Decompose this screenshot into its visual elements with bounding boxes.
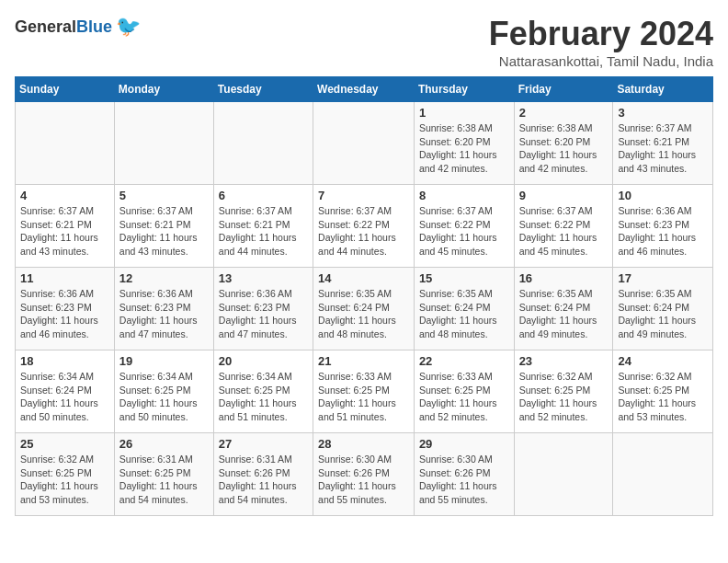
calendar-cell: 8Sunrise: 6:37 AMSunset: 6:22 PMDaylight… xyxy=(414,185,514,268)
day-number: 16 xyxy=(519,271,609,285)
day-number: 11 xyxy=(20,271,109,285)
day-of-week-header: Wednesday xyxy=(313,77,415,102)
day-number: 25 xyxy=(20,437,109,451)
day-number: 21 xyxy=(318,354,409,368)
day-info: Sunrise: 6:33 AMSunset: 6:25 PMDaylight:… xyxy=(318,370,409,424)
day-info: Sunrise: 6:32 AMSunset: 6:25 PMDaylight:… xyxy=(519,370,609,424)
calendar-cell: 15Sunrise: 6:35 AMSunset: 6:24 PMDayligh… xyxy=(414,268,514,350)
day-number: 12 xyxy=(119,271,209,285)
day-info: Sunrise: 6:36 AMSunset: 6:23 PMDaylight:… xyxy=(219,287,308,341)
day-info: Sunrise: 6:35 AMSunset: 6:24 PMDaylight:… xyxy=(318,287,409,341)
calendar-cell: 13Sunrise: 6:36 AMSunset: 6:23 PMDayligh… xyxy=(213,268,313,350)
day-info: Sunrise: 6:34 AMSunset: 6:24 PMDaylight:… xyxy=(20,370,109,424)
day-number: 5 xyxy=(119,189,209,202)
day-info: Sunrise: 6:31 AMSunset: 6:26 PMDaylight:… xyxy=(219,453,308,507)
day-number: 24 xyxy=(618,354,708,368)
calendar-cell: 25Sunrise: 6:32 AMSunset: 6:25 PMDayligh… xyxy=(16,433,115,516)
day-info: Sunrise: 6:30 AMSunset: 6:26 PMDaylight:… xyxy=(318,453,409,507)
day-of-week-header: Friday xyxy=(514,77,613,102)
day-number: 6 xyxy=(219,189,308,202)
day-of-week-header: Tuesday xyxy=(213,77,313,102)
calendar-cell: 3Sunrise: 6:37 AMSunset: 6:21 PMDaylight… xyxy=(613,102,713,185)
calendar-cell: 5Sunrise: 6:37 AMSunset: 6:21 PMDaylight… xyxy=(114,185,213,268)
calendar-cell: 28Sunrise: 6:30 AMSunset: 6:26 PMDayligh… xyxy=(313,433,415,516)
day-info: Sunrise: 6:32 AMSunset: 6:25 PMDaylight:… xyxy=(20,453,109,507)
day-of-week-header: Sunday xyxy=(16,77,115,102)
calendar-cell: 21Sunrise: 6:33 AMSunset: 6:25 PMDayligh… xyxy=(313,350,415,433)
calendar-cell: 16Sunrise: 6:35 AMSunset: 6:24 PMDayligh… xyxy=(514,268,613,350)
calendar-week-row: 18Sunrise: 6:34 AMSunset: 6:24 PMDayligh… xyxy=(16,350,713,433)
day-number: 7 xyxy=(318,189,409,202)
calendar-cell: 2Sunrise: 6:38 AMSunset: 6:20 PMDaylight… xyxy=(514,102,613,185)
calendar-cell: 12Sunrise: 6:36 AMSunset: 6:23 PMDayligh… xyxy=(114,268,213,350)
day-info: Sunrise: 6:37 AMSunset: 6:22 PMDaylight:… xyxy=(318,204,409,259)
calendar-cell xyxy=(16,102,115,185)
day-number: 23 xyxy=(519,354,609,368)
day-info: Sunrise: 6:38 AMSunset: 6:20 PMDaylight:… xyxy=(419,121,509,176)
calendar-cell: 9Sunrise: 6:37 AMSunset: 6:22 PMDaylight… xyxy=(514,185,613,268)
day-of-week-header: Monday xyxy=(114,77,213,102)
calendar-week-row: 11Sunrise: 6:36 AMSunset: 6:23 PMDayligh… xyxy=(16,268,713,350)
day-info: Sunrise: 6:38 AMSunset: 6:20 PMDaylight:… xyxy=(519,121,609,176)
logo: GeneralBlue 🐦 xyxy=(15,15,141,39)
calendar-table: SundayMondayTuesdayWednesdayThursdayFrid… xyxy=(15,76,713,516)
calendar-cell: 10Sunrise: 6:36 AMSunset: 6:23 PMDayligh… xyxy=(613,185,713,268)
day-number: 18 xyxy=(20,354,109,368)
day-number: 3 xyxy=(618,106,708,120)
day-info: Sunrise: 6:36 AMSunset: 6:23 PMDaylight:… xyxy=(20,287,109,341)
day-info: Sunrise: 6:35 AMSunset: 6:24 PMDaylight:… xyxy=(519,287,609,341)
day-info: Sunrise: 6:37 AMSunset: 6:21 PMDaylight:… xyxy=(119,204,209,259)
day-info: Sunrise: 6:33 AMSunset: 6:25 PMDaylight:… xyxy=(419,370,509,424)
calendar-cell: 11Sunrise: 6:36 AMSunset: 6:23 PMDayligh… xyxy=(16,268,115,350)
day-number: 26 xyxy=(119,437,209,451)
page-header: GeneralBlue 🐦 February 2024 Nattarasanko… xyxy=(15,15,713,69)
day-number: 9 xyxy=(519,189,609,202)
calendar-cell: 26Sunrise: 6:31 AMSunset: 6:25 PMDayligh… xyxy=(114,433,213,516)
calendar-cell: 7Sunrise: 6:37 AMSunset: 6:22 PMDaylight… xyxy=(313,185,415,268)
calendar-week-row: 1Sunrise: 6:38 AMSunset: 6:20 PMDaylight… xyxy=(16,102,713,185)
day-number: 28 xyxy=(318,437,409,451)
day-info: Sunrise: 6:37 AMSunset: 6:22 PMDaylight:… xyxy=(519,204,609,259)
day-number: 10 xyxy=(618,189,708,202)
day-info: Sunrise: 6:31 AMSunset: 6:25 PMDaylight:… xyxy=(119,453,209,507)
calendar-cell: 4Sunrise: 6:37 AMSunset: 6:21 PMDaylight… xyxy=(16,185,115,268)
day-info: Sunrise: 6:30 AMSunset: 6:26 PMDaylight:… xyxy=(419,453,509,507)
calendar-cell: 17Sunrise: 6:35 AMSunset: 6:24 PMDayligh… xyxy=(613,268,713,350)
calendar-location: Nattarasankottai, Tamil Nadu, India xyxy=(489,53,713,69)
day-number: 17 xyxy=(618,271,708,285)
calendar-cell: 18Sunrise: 6:34 AMSunset: 6:24 PMDayligh… xyxy=(16,350,115,433)
title-block: February 2024 Nattarasankottai, Tamil Na… xyxy=(489,15,713,69)
day-info: Sunrise: 6:37 AMSunset: 6:21 PMDaylight:… xyxy=(618,121,708,176)
day-info: Sunrise: 6:34 AMSunset: 6:25 PMDaylight:… xyxy=(119,370,209,424)
day-number: 19 xyxy=(119,354,209,368)
day-info: Sunrise: 6:37 AMSunset: 6:21 PMDaylight:… xyxy=(20,204,109,259)
calendar-cell: 1Sunrise: 6:38 AMSunset: 6:20 PMDaylight… xyxy=(414,102,514,185)
calendar-cell xyxy=(313,102,415,185)
logo-blue-text: Blue xyxy=(76,17,112,36)
calendar-cell: 6Sunrise: 6:37 AMSunset: 6:21 PMDaylight… xyxy=(213,185,313,268)
day-number: 13 xyxy=(219,271,308,285)
calendar-cell xyxy=(514,433,613,516)
day-number: 27 xyxy=(219,437,308,451)
day-number: 22 xyxy=(419,354,509,368)
calendar-title: February 2024 xyxy=(489,15,713,53)
day-number: 2 xyxy=(519,106,609,120)
day-number: 29 xyxy=(419,437,509,451)
calendar-cell: 19Sunrise: 6:34 AMSunset: 6:25 PMDayligh… xyxy=(114,350,213,433)
day-info: Sunrise: 6:37 AMSunset: 6:21 PMDaylight:… xyxy=(219,204,308,259)
calendar-cell: 22Sunrise: 6:33 AMSunset: 6:25 PMDayligh… xyxy=(414,350,514,433)
day-number: 20 xyxy=(219,354,308,368)
day-info: Sunrise: 6:34 AMSunset: 6:25 PMDaylight:… xyxy=(219,370,308,424)
calendar-cell xyxy=(114,102,213,185)
day-info: Sunrise: 6:35 AMSunset: 6:24 PMDaylight:… xyxy=(618,287,708,341)
day-number: 1 xyxy=(419,106,509,120)
day-info: Sunrise: 6:35 AMSunset: 6:24 PMDaylight:… xyxy=(419,287,509,341)
calendar-cell: 23Sunrise: 6:32 AMSunset: 6:25 PMDayligh… xyxy=(514,350,613,433)
day-of-week-header: Thursday xyxy=(414,77,514,102)
day-info: Sunrise: 6:36 AMSunset: 6:23 PMDaylight:… xyxy=(119,287,209,341)
day-info: Sunrise: 6:32 AMSunset: 6:25 PMDaylight:… xyxy=(618,370,708,424)
calendar-cell: 20Sunrise: 6:34 AMSunset: 6:25 PMDayligh… xyxy=(213,350,313,433)
day-info: Sunrise: 6:37 AMSunset: 6:22 PMDaylight:… xyxy=(419,204,509,259)
day-number: 8 xyxy=(419,189,509,202)
logo-bird-icon: 🐦 xyxy=(116,15,141,39)
